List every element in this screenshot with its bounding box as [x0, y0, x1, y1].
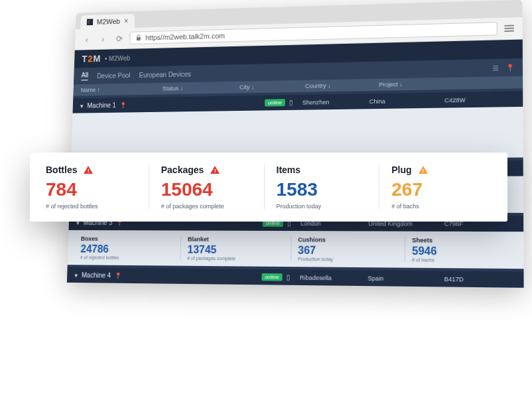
pin-icon: 📍	[115, 272, 122, 279]
col-status[interactable]: Status ↓	[163, 84, 239, 92]
alert-icon: !	[210, 166, 220, 174]
metric-title: Plug	[391, 165, 411, 175]
stat-card: Blanket 13745 # of packages complete	[180, 236, 285, 261]
metric-value: 784	[46, 179, 137, 200]
tab-title: M2Web	[97, 17, 121, 25]
logo: T2M	[82, 54, 101, 64]
favicon-icon: T	[87, 19, 94, 25]
stat-title: Sheets	[412, 237, 509, 244]
browser-tab[interactable]: T M2Web ×	[80, 14, 135, 29]
back-button[interactable]: ‹	[81, 33, 92, 45]
stat-subtitle: # of rejected bottles	[80, 255, 168, 260]
machine-row-head[interactable]: ▾ Machine 4 📍 online ▯ Ribadesella Spain…	[67, 267, 524, 288]
metric-subtitle: Production today	[277, 203, 367, 210]
status-badge: online	[261, 273, 283, 281]
stat-title: Boxes	[81, 236, 169, 243]
alert-icon: !	[419, 166, 428, 174]
col-project[interactable]: Project ↓	[379, 79, 514, 88]
highlight-card: Bottles ! 784 # of rejected bottles Pack…	[30, 153, 507, 222]
list-view-icon[interactable]: ☰	[492, 64, 499, 71]
device-icon: ▯	[287, 273, 291, 281]
map-view-icon[interactable]: 📍	[506, 64, 515, 71]
cell-project: C428W	[444, 96, 514, 103]
chevron-down-icon: ▾	[80, 103, 84, 109]
machine-name: Machine 1	[87, 101, 116, 109]
url-text: https//m2web.talk2m.com	[145, 32, 225, 42]
metric-subtitle: # of rejected bottles	[46, 203, 137, 210]
stat-value: 24786	[80, 243, 168, 256]
status-badge: online	[265, 99, 285, 106]
stat-subtitle: # of bachs	[412, 257, 509, 263]
metric-bottles: Bottles ! 784 # of rejected bottles	[43, 165, 149, 210]
metric-title: Bottles	[46, 165, 77, 175]
cell-country: China	[369, 97, 444, 105]
reload-button[interactable]: ⟳	[113, 33, 125, 44]
stat-value: 367	[298, 244, 392, 257]
col-country[interactable]: Country ↓	[305, 82, 379, 90]
filter-european[interactable]: European Devices	[139, 70, 192, 78]
metric-value: 15064	[161, 179, 252, 200]
stat-value: 5946	[412, 245, 509, 258]
lock-icon	[135, 34, 142, 41]
metric-plug: Plug ! 267 # of bachs	[379, 165, 494, 210]
stat-title: Blanket	[188, 236, 279, 243]
filter-device-pool[interactable]: Device Pool	[97, 72, 131, 80]
browser-window: T M2Web × ‹ › ⟳ https//m2web.talk2m.com …	[67, 0, 524, 288]
metric-value: 267	[391, 179, 482, 200]
cell-country: Spain	[367, 275, 444, 283]
breadcrumb: • M2Web	[105, 54, 131, 62]
cell-project: B417D	[444, 275, 515, 283]
stat-subtitle: Production today	[298, 257, 392, 262]
machine-name: Machine 4	[82, 271, 111, 279]
cell-city: Ribadesella	[300, 274, 368, 281]
col-city[interactable]: City ↓	[239, 83, 305, 91]
stat-card: Sheets 5946 # of bachs	[404, 237, 516, 263]
stat-title: Cushions	[298, 236, 392, 243]
metric-value: 1583	[277, 179, 367, 200]
metric-subtitle: # of packages complete	[161, 203, 252, 210]
metric-title: Items	[277, 165, 301, 175]
forward-button[interactable]: ›	[98, 33, 109, 45]
metric-items: Items 1583 Production today	[264, 165, 379, 210]
alert-icon: !	[84, 166, 93, 174]
col-name[interactable]: Name ↑	[81, 86, 163, 94]
stat-card: Boxes 24786 # of rejected bottles	[74, 236, 175, 261]
machine-stats-row: Boxes 24786 # of rejected bottlesBlanket…	[68, 230, 524, 269]
metric-title: Packages	[161, 165, 204, 175]
filter-all[interactable]: All	[81, 72, 88, 81]
stat-value: 13745	[187, 244, 279, 257]
metric-packages: Packages ! 15064 # of packages complete	[149, 165, 264, 210]
svg-rect-2	[137, 37, 141, 40]
menu-icon[interactable]	[503, 23, 515, 33]
stat-subtitle: # of packages complete	[187, 256, 278, 261]
pin-icon: 📍	[119, 101, 127, 108]
metric-subtitle: # of bachs	[391, 203, 482, 210]
chevron-down-icon: ▾	[74, 272, 78, 279]
close-icon[interactable]: ×	[124, 17, 129, 26]
device-icon: ▯	[289, 99, 293, 106]
cell-city: Shenzhen	[302, 98, 369, 106]
stat-card: Cushions 367 Production today	[291, 236, 399, 262]
